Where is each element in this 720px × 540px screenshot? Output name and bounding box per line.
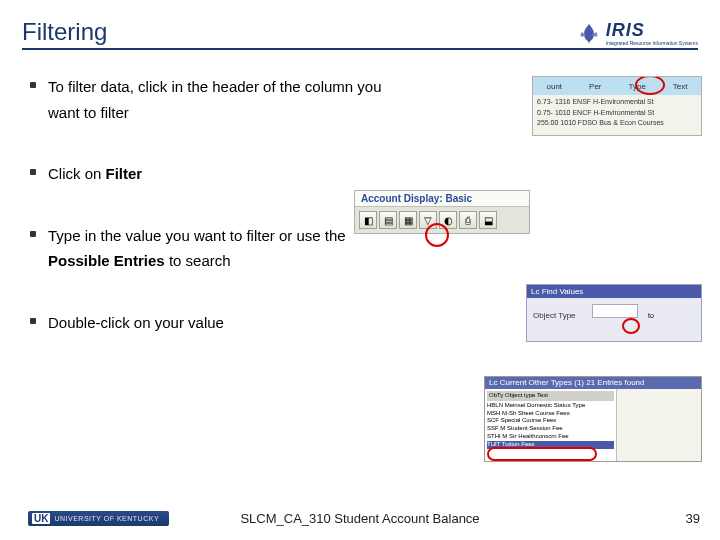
highlight-circle bbox=[622, 318, 640, 334]
object-type-input bbox=[592, 304, 638, 318]
uk-text: UNIVERSITY OF KENTUCKY bbox=[54, 515, 159, 522]
footer-course-title: SLCM_CA_310 Student Account Balance bbox=[240, 511, 479, 526]
bullet-text: To filter data, click in the header of t… bbox=[48, 74, 408, 125]
slide-footer: UK UNIVERSITY OF KENTUCKY SLCM_CA_310 St… bbox=[0, 511, 720, 526]
dialog-title: Lc Find Values bbox=[527, 285, 701, 298]
dialog-right-pane bbox=[617, 389, 701, 461]
logo-text: IRIS bbox=[606, 20, 645, 41]
bullet-item: Click on Filter bbox=[30, 161, 698, 187]
screenshot-entries-list: Lc Current Other Types (1) 21 Entries fo… bbox=[484, 376, 702, 462]
field-label: Object Type bbox=[533, 311, 576, 320]
toolbar-button: ▤ bbox=[379, 211, 397, 229]
bullet-icon bbox=[30, 82, 36, 88]
screenshot-column-header: ount Per Type Text 6.73- 1316 ENSF H-Env… bbox=[532, 76, 702, 136]
list-item: MSH M-Sh Sheet Course Fees bbox=[487, 410, 614, 418]
iris-flower-icon bbox=[576, 22, 602, 44]
dialog-title: Lc Current Other Types (1) 21 Entries fo… bbox=[485, 377, 701, 389]
slide-header: Filtering IRIS Integrated Resource Infor… bbox=[22, 18, 698, 50]
screenshot-find-values: Lc Find Values Object Type to bbox=[526, 284, 702, 342]
highlight-circle bbox=[635, 76, 665, 95]
list-item: STHI M Str Healthconscrn Fee bbox=[487, 433, 614, 441]
highlight-circle bbox=[425, 223, 449, 247]
list-item: SCF Special Course Fees bbox=[487, 417, 614, 425]
bullet-text: Click on Filter bbox=[48, 161, 142, 187]
bullet-icon bbox=[30, 169, 36, 175]
table-header: ount Per Type Text bbox=[533, 77, 701, 95]
logo-subtext: Integrated Resource Information Systems bbox=[606, 41, 698, 46]
toolbar: ◧ ▤ ▦ ▽ ◐ ⎙ ⬓ bbox=[355, 207, 529, 233]
bullet-icon bbox=[30, 318, 36, 324]
toolbar-button: ▦ bbox=[399, 211, 417, 229]
to-label: to bbox=[648, 312, 654, 319]
toolbar-button: ⬓ bbox=[479, 211, 497, 229]
window-title: Account Display: Basic bbox=[355, 191, 529, 207]
slide-title: Filtering bbox=[22, 18, 107, 46]
list-item: HBLN Meinsel Domestic Status Type bbox=[487, 402, 614, 410]
highlight-circle bbox=[487, 447, 597, 461]
iris-logo: IRIS Integrated Resource Information Sys… bbox=[576, 20, 698, 46]
bullet-icon bbox=[30, 231, 36, 237]
table-columns: ObTy Object type Text bbox=[487, 391, 614, 401]
screenshot-toolbar: Account Display: Basic ◧ ▤ ▦ ▽ ◐ ⎙ ⬓ bbox=[354, 190, 530, 234]
bullet-text: Double-click on your value bbox=[48, 310, 224, 336]
toolbar-button: ◧ bbox=[359, 211, 377, 229]
toolbar-button: ⎙ bbox=[459, 211, 477, 229]
uk-mark: UK bbox=[32, 513, 50, 524]
page-number: 39 bbox=[686, 511, 700, 526]
uk-logo: UK UNIVERSITY OF KENTUCKY bbox=[28, 511, 169, 526]
table-rows: 6.73- 1316 ENSF H-Environmental St 0.75-… bbox=[533, 95, 701, 131]
list-item: SSF M Student Session Fee bbox=[487, 425, 614, 433]
results-table: ObTy Object type Text HBLN Meinsel Domes… bbox=[485, 389, 617, 461]
